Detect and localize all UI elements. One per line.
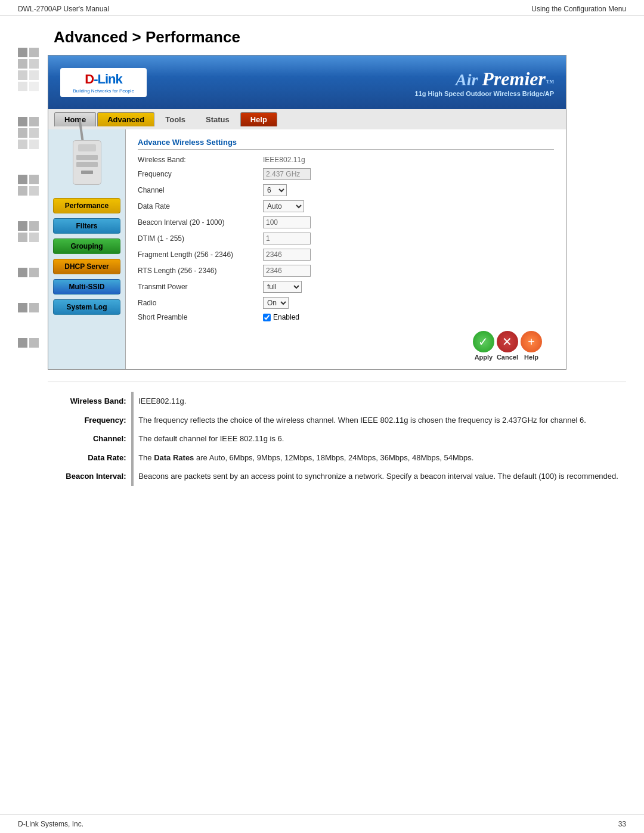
label-beacon: Beacon Interval (20 - 1000) <box>138 218 263 227</box>
sidebar-btn-dhcp[interactable]: DHCP Server <box>53 259 120 274</box>
desc-text-wireless-band: IEEE802.11g. <box>134 392 626 411</box>
input-frequency <box>263 168 311 180</box>
main-content: Advanced > Performance D-Link Building N… <box>48 28 626 486</box>
apply-button[interactable]: ✓ <box>473 331 494 352</box>
setting-row-data-rate: Data Rate Auto 6Mbps9Mbps12Mbps 18Mbps24… <box>138 200 554 212</box>
tab-tools[interactable]: Tools <box>156 113 195 126</box>
sidebar-btn-performance[interactable]: Performance <box>53 198 120 213</box>
desc-text-frequency: The frequency reflects the choice of the… <box>134 411 626 430</box>
cancel-button[interactable]: ✕ <box>497 331 518 352</box>
manual-title: DWL-2700AP User's Manual <box>18 5 109 13</box>
setting-row-wireless-band: Wireless Band: IEEE802.11g <box>138 156 554 164</box>
router-banner: D-Link Building Networks for People Air … <box>48 55 566 109</box>
help-btn-group: + Help <box>521 331 542 361</box>
setting-row-rts: RTS Length (256 - 2346) <box>138 265 554 277</box>
label-data-rate: Data Rate <box>138 202 263 210</box>
setting-row-beacon: Beacon Interval (20 - 1000) <box>138 216 554 228</box>
input-beacon[interactable] <box>263 216 311 228</box>
desc-term-channel: Channel: <box>48 429 131 448</box>
help-label: Help <box>524 354 538 361</box>
input-dtim[interactable] <box>263 233 311 244</box>
desc-row-frequency: Frequency: The frequency reflects the ch… <box>48 411 626 430</box>
sidebar-btn-syslog[interactable]: System Log <box>53 299 120 315</box>
page-title: Advanced > Performance <box>54 28 626 47</box>
label-short-preamble: Short Preamble <box>138 313 263 321</box>
settings-panel: Advance Wireless Settings Wireless Band:… <box>126 129 566 369</box>
dlink-tagline: Building Networks for People <box>73 88 134 94</box>
short-preamble-value: Enabled <box>273 313 299 321</box>
desc-row-channel: Channel: The default channel for IEEE 80… <box>48 429 626 448</box>
label-channel: Channel <box>138 186 263 194</box>
product-subtitle: 11g High Speed Outdoor Wireless Bridge/A… <box>415 90 554 97</box>
select-channel[interactable]: 6 1234 5789 1011 <box>263 184 287 196</box>
label-frequency: Frequency <box>138 170 263 178</box>
nav-tabs: Home Advanced Tools Status Help <box>48 109 566 129</box>
setting-row-short-preamble: Short Preamble Enabled <box>138 313 554 321</box>
setting-row-dtim: DTIM (1 - 255) <box>138 233 554 244</box>
desc-text-channel: The default channel for IEEE 802.11g is … <box>134 429 626 448</box>
sidebar-btn-filters[interactable]: Filters <box>53 218 120 234</box>
content-area: Performance Filters Grouping DHCP Server… <box>48 129 566 369</box>
desc-term-data-rate: Data Rate: <box>48 448 131 467</box>
label-dtim: DTIM (1 - 255) <box>138 234 263 243</box>
desc-text-data-rate: The Data Rates are Auto, 6Mbps, 9Mbps, 1… <box>134 448 626 467</box>
sidebar-btn-multissid[interactable]: Multi-SSID <box>53 279 120 295</box>
help-button[interactable]: + <box>521 331 542 352</box>
input-fragment[interactable] <box>263 249 311 261</box>
tab-home[interactable]: Home <box>54 112 96 126</box>
settings-title: Advance Wireless Settings <box>138 138 554 150</box>
setting-row-frequency: Frequency <box>138 168 554 180</box>
setting-row-tx-power: Transmit Power full halfquarter <box>138 281 554 293</box>
air-premier-area: Air Premier™ 11g High Speed Outdoor Wire… <box>415 68 554 97</box>
air-premier-logo: Air Premier™ <box>415 68 554 90</box>
label-radio: Radio <box>138 299 263 307</box>
tab-advanced[interactable]: Advanced <box>97 112 154 126</box>
sidebar-btn-grouping[interactable]: Grouping <box>53 239 120 254</box>
desc-row-wireless-band: Wireless Band: IEEE802.11g. <box>48 392 626 411</box>
description-table: Wireless Band: IEEE802.11g. Frequency: T… <box>48 392 626 486</box>
input-rts[interactable] <box>263 265 311 277</box>
content-divider <box>48 382 626 382</box>
setting-row-radio: Radio On Off <box>138 297 554 309</box>
setting-row-channel: Channel 6 1234 5789 1011 <box>138 184 554 196</box>
cancel-label: Cancel <box>497 354 518 361</box>
desc-row-beacon: Beacon Interval: Beacons are packets sen… <box>48 467 626 486</box>
value-wireless-band: IEEE802.11g <box>263 156 305 164</box>
cancel-btn-group: ✕ Cancel <box>497 331 518 361</box>
label-tx-power: Transmit Power <box>138 283 263 291</box>
dlink-logo: D-Link Building Networks for People <box>60 68 147 97</box>
label-wireless-band: Wireless Band: <box>138 156 263 164</box>
apply-btn-group: ✓ Apply <box>473 331 494 361</box>
desc-term-wireless-band: Wireless Band: <box>48 392 131 411</box>
footer-company: D-Link Systems, Inc. <box>18 820 83 828</box>
label-rts: RTS Length (256 - 2346) <box>138 267 263 275</box>
action-buttons: ✓ Apply ✕ Cancel + Help <box>138 331 554 361</box>
select-tx-power[interactable]: full halfquarter <box>263 281 302 293</box>
label-fragment: Fragment Length (256 - 2346) <box>138 250 263 259</box>
tab-help[interactable]: Help <box>240 112 277 126</box>
page-footer: D-Link Systems, Inc. 33 <box>0 815 644 833</box>
sidebar: Performance Filters Grouping DHCP Server… <box>48 129 126 369</box>
apply-label: Apply <box>475 354 493 361</box>
setting-row-fragment: Fragment Length (256 - 2346) <box>138 249 554 261</box>
decorative-blocks <box>18 48 39 348</box>
desc-term-beacon: Beacon Interval: <box>48 467 131 486</box>
tab-status[interactable]: Status <box>196 113 239 126</box>
desc-text-beacon: Beacons are packets sent by an access po… <box>134 467 626 486</box>
checkbox-short-preamble[interactable] <box>263 314 271 321</box>
select-radio[interactable]: On Off <box>263 297 289 309</box>
page-header: DWL-2700AP User's Manual Using the Confi… <box>0 0 644 16</box>
section-title: Using the Configuration Menu <box>531 5 626 13</box>
desc-term-frequency: Frequency: <box>48 411 131 430</box>
router-frame: D-Link Building Networks for People Air … <box>48 55 566 370</box>
select-data-rate[interactable]: Auto 6Mbps9Mbps12Mbps 18Mbps24Mbps36Mbps… <box>263 200 304 212</box>
device-image <box>60 135 114 189</box>
desc-row-data-rate: Data Rate: The Data Rates are Auto, 6Mbp… <box>48 448 626 467</box>
dlink-logo-text: D-Link <box>85 72 122 87</box>
footer-page: 33 <box>618 820 626 828</box>
